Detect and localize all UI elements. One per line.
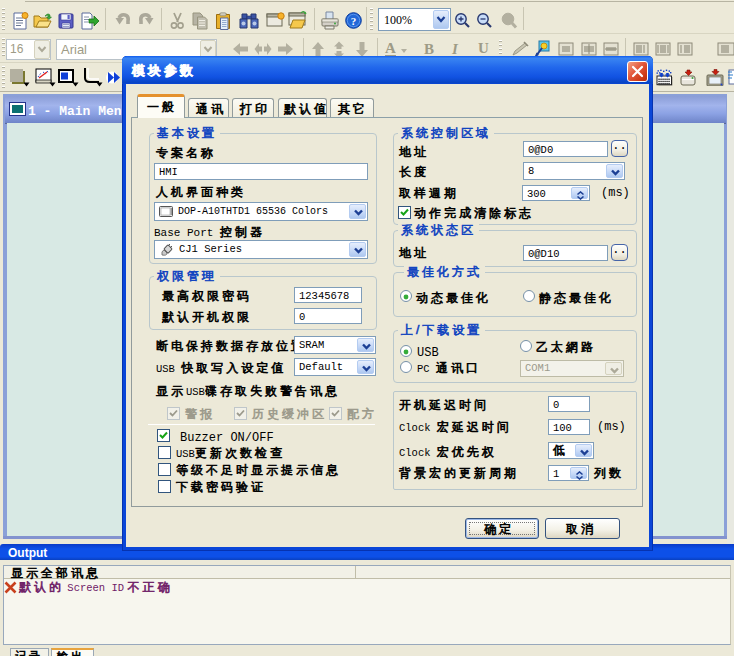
- svg-text:?: ?: [351, 15, 357, 27]
